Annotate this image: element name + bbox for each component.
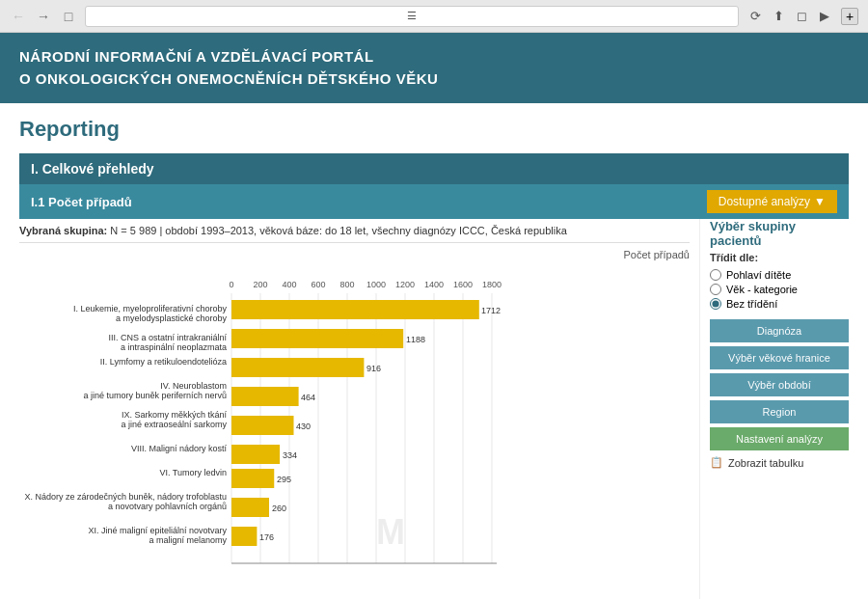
radio-bez-label: Bez třídění	[726, 298, 777, 310]
bar-chart: 0 200 400 600 800 1000 1200 1400 1600 18…	[19, 264, 511, 599]
svg-rect-41	[231, 445, 280, 464]
nastaveni-analyzy-button[interactable]: Nastavení analýzy	[710, 427, 849, 450]
bar-2: III. CNS a ostatní intrakraniální a intr…	[108, 329, 425, 352]
obdobi-button[interactable]: Výběr období	[710, 373, 849, 396]
address-bar: ☰	[85, 6, 739, 27]
browser-chrome: ← → □ ☰ ⟳ ⬆ ◻ ▶ +	[0, 0, 868, 33]
svg-text:IV. Neuroblastom: IV. Neuroblastom	[160, 381, 227, 391]
bar-8: X. Nádory ze zárodečných buněk, nádory t…	[24, 492, 286, 517]
section-header: I. Celkové přehledy	[19, 153, 849, 184]
sidebar: Výběr skupiny pacientů Třídit dle: Pohla…	[699, 219, 849, 599]
radio-vek[interactable]: Věk - kategorie	[710, 284, 849, 295]
table-icon: 📋	[710, 456, 723, 469]
svg-text:0: 0	[229, 280, 233, 289]
svg-text:1000: 1000	[366, 280, 386, 289]
svg-text:200: 200	[253, 280, 267, 289]
svg-rect-52	[231, 527, 257, 546]
chart-container: 0 200 400 600 800 1000 1200 1400 1600 18…	[19, 264, 690, 599]
svg-text:M: M	[376, 512, 405, 552]
menu-icon: ☰	[407, 10, 417, 22]
chart-x-label: Počet případů	[19, 249, 690, 260]
svg-text:a jiné tumory buněk periferníc: a jiné tumory buněk periferních nervů	[83, 391, 227, 400]
bar-3: II. Lymfomy a retikuloendotelióza 916	[100, 357, 381, 377]
back-button[interactable]: ←	[10, 8, 27, 25]
svg-text:a jiné extraoseální sarkomy: a jiné extraoseální sarkomy	[121, 420, 227, 429]
svg-text:IX. Sarkomy měkkých tkání: IX. Sarkomy měkkých tkání	[122, 410, 228, 420]
svg-text:X. Nádory ze zárodečných buněk: X. Nádory ze zárodečných buněk, nádory t…	[24, 492, 227, 502]
sidebar-title: Výběr skupiny pacientů	[710, 219, 849, 248]
svg-text:430: 430	[296, 422, 311, 431]
svg-text:1400: 1400	[424, 280, 444, 289]
zoom-button[interactable]: □	[60, 8, 77, 25]
svg-rect-23	[231, 300, 479, 319]
svg-text:600: 600	[311, 280, 325, 289]
bar-1: I. Leukemie, myeloproliferativní choroby…	[73, 300, 501, 323]
svg-text:I. Leukemie, myeloproliferativ: I. Leukemie, myeloproliferativní choroby	[73, 304, 228, 313]
svg-text:VIII. Maligní nádory kostí: VIII. Maligní nádory kostí	[131, 444, 228, 453]
svg-text:1800: 1800	[482, 280, 502, 289]
sort-radio-group: Pohlaví dítěte Věk - kategorie Bez třídě…	[710, 269, 849, 310]
svg-text:XI. Jiné maligní epiteliální n: XI. Jiné maligní epiteliální novotvary	[88, 526, 227, 535]
svg-text:1200: 1200	[395, 280, 415, 289]
browser-actions: ⟳ ⬆ ◻ ▶	[746, 8, 833, 25]
svg-text:260: 260	[272, 504, 286, 513]
share-button[interactable]: ⬆	[770, 8, 787, 25]
svg-text:464: 464	[301, 393, 315, 402]
section-subheader: I.1 Počet případů Dostupné analýzy ▼	[19, 184, 849, 219]
site-title: NÁRODNÍ INFORMAČNÍ A VZDĚLÁVACÍ PORTÁL O…	[19, 46, 849, 90]
svg-text:800: 800	[339, 280, 354, 289]
svg-rect-30	[231, 358, 364, 377]
svg-rect-38	[231, 416, 294, 435]
radio-pohlavie[interactable]: Pohlaví dítěte	[710, 269, 849, 281]
radio-bez[interactable]: Bez třídění	[710, 298, 849, 310]
svg-text:a novotvary pohlavních orgánů: a novotvary pohlavních orgánů	[108, 502, 227, 511]
svg-rect-48	[231, 498, 269, 517]
bar-5: IX. Sarkomy měkkých tkání a jiné extraos…	[121, 410, 311, 435]
svg-text:295: 295	[277, 475, 291, 484]
svg-text:400: 400	[282, 280, 296, 289]
dostupne-analyzy-button[interactable]: Dostupné analýzy ▼	[707, 190, 837, 213]
svg-rect-27	[231, 329, 403, 348]
refresh-button[interactable]: ⟳	[746, 8, 764, 25]
page-title: Reporting	[19, 117, 849, 142]
svg-text:176: 176	[259, 532, 274, 542]
svg-text:VI. Tumory ledvin: VI. Tumory ledvin	[159, 468, 227, 477]
radio-pohlavie-label: Pohlaví dítěte	[726, 269, 791, 281]
region-button[interactable]: Region	[710, 400, 849, 423]
bar-6: VIII. Maligní nádory kostí 334	[131, 444, 297, 464]
forward-button[interactable]: →	[35, 8, 52, 25]
svg-text:1600: 1600	[453, 280, 473, 289]
svg-rect-44	[231, 469, 274, 488]
info-text: N = 5 989 | období 1993–2013, věková báz…	[110, 225, 566, 236]
svg-text:a myelodysplastické choroby: a myelodysplastické choroby	[116, 313, 228, 323]
svg-text:a maligní melanomy: a maligní melanomy	[149, 535, 227, 545]
extensions-button[interactable]: ▶	[816, 8, 833, 25]
site-header: NÁRODNÍ INFORMAČNÍ A VZDĚLÁVACÍ PORTÁL O…	[0, 33, 868, 103]
bar-9: XI. Jiné maligní epiteliální novotvary a…	[88, 526, 274, 546]
content-area: Vybraná skupina: N = 5 989 | období 1993…	[19, 219, 849, 599]
vek-hranice-button[interactable]: Výběr věkové hranice	[710, 346, 849, 369]
svg-text:III. CNS a ostatní intrakraniá: III. CNS a ostatní intrakraniální	[108, 333, 227, 342]
svg-rect-34	[231, 387, 299, 406]
duplicate-button[interactable]: ◻	[793, 8, 810, 25]
main-content: Reporting I. Celkové přehledy I.1 Počet …	[0, 103, 868, 599]
svg-text:1188: 1188	[406, 335, 425, 344]
svg-text:334: 334	[283, 450, 297, 460]
chevron-down-icon: ▼	[814, 195, 826, 208]
chart-section: Vybraná skupina: N = 5 989 | období 1993…	[19, 219, 699, 599]
diagnoza-button[interactable]: Diagnóza	[710, 319, 849, 342]
info-bar: Vybraná skupina: N = 5 989 | období 1993…	[19, 219, 690, 243]
bar-4: IV. Neuroblastom a jiné tumory buněk per…	[83, 381, 315, 406]
zobrazit-tabulku-button[interactable]: 📋 Zobrazit tabulku	[710, 456, 849, 469]
radio-vek-label: Věk - kategorie	[726, 284, 798, 295]
svg-text:916: 916	[366, 364, 381, 373]
svg-text:1712: 1712	[481, 306, 501, 315]
svg-text:II. Lymfomy a retikuloendoteli: II. Lymfomy a retikuloendotelióza	[100, 357, 227, 367]
new-tab-button[interactable]: +	[841, 8, 858, 25]
bar-7: VI. Tumory ledvin 295	[159, 468, 291, 488]
svg-text:a intraspinální neoplazmata: a intraspinální neoplazmata	[121, 342, 227, 352]
sidebar-sort-label: Třídit dle:	[710, 252, 849, 263]
